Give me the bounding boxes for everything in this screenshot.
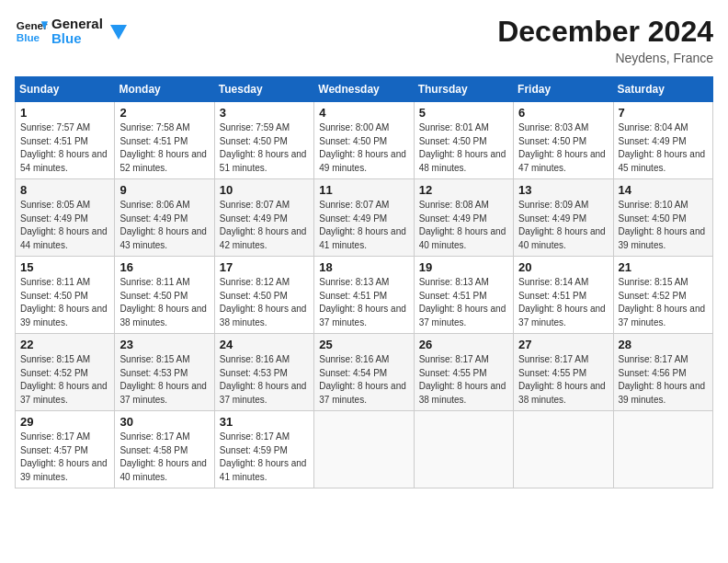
day-number: 20 [518, 260, 608, 274]
table-row [314, 411, 414, 488]
table-row [613, 411, 712, 488]
col-saturday: Saturday [613, 77, 712, 102]
table-row: 28 Sunrise: 8:17 AM Sunset: 4:56 PM Dayl… [613, 334, 712, 411]
table-row: 12 Sunrise: 8:08 AM Sunset: 4:49 PM Dayl… [414, 179, 513, 257]
table-row: 29 Sunrise: 8:17 AM Sunset: 4:57 PM Dayl… [16, 411, 115, 488]
table-row: 14 Sunrise: 8:10 AM Sunset: 4:50 PM Dayl… [613, 179, 712, 257]
day-info: Sunrise: 8:08 AM Sunset: 4:49 PM Dayligh… [419, 199, 508, 252]
table-row: 13 Sunrise: 8:09 AM Sunset: 4:49 PM Dayl… [514, 179, 613, 257]
day-number: 18 [319, 260, 408, 274]
col-friday: Friday [514, 77, 613, 102]
day-number: 22 [20, 338, 109, 351]
day-info: Sunrise: 8:01 AM Sunset: 4:50 PM Dayligh… [419, 121, 508, 175]
table-row: 1 Sunrise: 7:57 AM Sunset: 4:51 PM Dayli… [16, 102, 115, 179]
table-row: 16 Sunrise: 8:11 AM Sunset: 4:50 PM Dayl… [115, 257, 214, 334]
table-row: 21 Sunrise: 8:15 AM Sunset: 4:52 PM Dayl… [613, 257, 712, 334]
day-number: 8 [20, 183, 109, 197]
day-info: Sunrise: 8:04 AM Sunset: 4:49 PM Dayligh… [619, 121, 708, 175]
day-number: 19 [419, 260, 508, 274]
table-row: 8 Sunrise: 8:05 AM Sunset: 4:49 PM Dayli… [16, 179, 115, 257]
table-row: 26 Sunrise: 8:17 AM Sunset: 4:55 PM Dayl… [414, 334, 513, 411]
table-row: 10 Sunrise: 8:07 AM Sunset: 4:49 PM Dayl… [214, 179, 313, 257]
calendar-header-row: Sunday Monday Tuesday Wednesday Thursday… [16, 77, 713, 102]
day-number: 10 [220, 183, 309, 197]
table-row: 30 Sunrise: 8:17 AM Sunset: 4:58 PM Dayl… [115, 411, 214, 488]
table-row: 17 Sunrise: 8:12 AM Sunset: 4:50 PM Dayl… [214, 257, 313, 334]
day-number: 28 [619, 338, 708, 351]
day-info: Sunrise: 8:11 AM Sunset: 4:50 PM Dayligh… [119, 276, 209, 329]
logo-blue: Blue [51, 31, 103, 47]
day-info: Sunrise: 8:17 AM Sunset: 4:57 PM Dayligh… [20, 431, 109, 484]
day-number: 24 [220, 338, 309, 351]
logo-arrow-icon [107, 21, 127, 41]
day-number: 23 [119, 338, 209, 351]
day-number: 21 [619, 260, 708, 274]
day-number: 29 [20, 415, 109, 429]
logo-general: General [51, 17, 103, 32]
day-info: Sunrise: 8:13 AM Sunset: 4:51 PM Dayligh… [419, 276, 508, 329]
table-row [514, 411, 613, 488]
day-info: Sunrise: 8:15 AM Sunset: 4:52 PM Dayligh… [20, 353, 109, 407]
header: General Blue General Blue December 2024 … [15, 15, 713, 65]
calendar-week-row: 8 Sunrise: 8:05 AM Sunset: 4:49 PM Dayli… [16, 179, 713, 257]
table-row: 31 Sunrise: 8:17 AM Sunset: 4:59 PM Dayl… [214, 411, 313, 488]
day-info: Sunrise: 8:15 AM Sunset: 4:52 PM Dayligh… [619, 276, 708, 329]
day-number: 26 [419, 338, 508, 351]
day-number: 25 [319, 338, 408, 351]
logo: General Blue General Blue [15, 15, 127, 48]
table-row: 23 Sunrise: 8:15 AM Sunset: 4:53 PM Dayl… [115, 334, 214, 411]
table-row: 25 Sunrise: 8:16 AM Sunset: 4:54 PM Dayl… [314, 334, 414, 411]
table-row: 18 Sunrise: 8:13 AM Sunset: 4:51 PM Dayl… [314, 257, 414, 334]
day-number: 2 [119, 106, 209, 120]
table-row: 24 Sunrise: 8:16 AM Sunset: 4:53 PM Dayl… [214, 334, 313, 411]
table-row: 9 Sunrise: 8:06 AM Sunset: 4:49 PM Dayli… [115, 179, 214, 257]
day-number: 14 [619, 183, 708, 197]
day-info: Sunrise: 8:05 AM Sunset: 4:49 PM Dayligh… [20, 199, 109, 252]
table-row: 15 Sunrise: 8:11 AM Sunset: 4:50 PM Dayl… [16, 257, 115, 334]
day-number: 17 [220, 260, 309, 274]
day-number: 16 [119, 260, 209, 274]
day-info: Sunrise: 8:17 AM Sunset: 4:56 PM Dayligh… [619, 353, 708, 407]
day-info: Sunrise: 8:14 AM Sunset: 4:51 PM Dayligh… [518, 276, 608, 329]
day-number: 11 [319, 183, 408, 197]
day-number: 6 [518, 106, 608, 120]
calendar-week-row: 29 Sunrise: 8:17 AM Sunset: 4:57 PM Dayl… [16, 411, 713, 488]
title-area: December 2024 Neydens, France [497, 15, 713, 65]
day-info: Sunrise: 7:59 AM Sunset: 4:50 PM Dayligh… [220, 121, 309, 175]
day-info: Sunrise: 7:57 AM Sunset: 4:51 PM Dayligh… [20, 121, 109, 175]
table-row: 2 Sunrise: 7:58 AM Sunset: 4:51 PM Dayli… [115, 102, 214, 179]
day-number: 7 [619, 106, 708, 120]
table-row [414, 411, 513, 488]
table-row: 27 Sunrise: 8:17 AM Sunset: 4:55 PM Dayl… [514, 334, 613, 411]
col-wednesday: Wednesday [314, 77, 414, 102]
table-row: 20 Sunrise: 8:14 AM Sunset: 4:51 PM Dayl… [514, 257, 613, 334]
table-row: 4 Sunrise: 8:00 AM Sunset: 4:50 PM Dayli… [314, 102, 414, 179]
calendar-week-row: 1 Sunrise: 7:57 AM Sunset: 4:51 PM Dayli… [16, 102, 713, 179]
day-info: Sunrise: 8:17 AM Sunset: 4:58 PM Dayligh… [119, 431, 209, 484]
svg-marker-3 [110, 25, 127, 40]
day-number: 9 [119, 183, 209, 197]
day-info: Sunrise: 8:12 AM Sunset: 4:50 PM Dayligh… [220, 276, 309, 329]
logo-icon: General Blue [15, 15, 48, 48]
table-row: 19 Sunrise: 8:13 AM Sunset: 4:51 PM Dayl… [414, 257, 513, 334]
day-number: 15 [20, 260, 109, 274]
table-row: 5 Sunrise: 8:01 AM Sunset: 4:50 PM Dayli… [414, 102, 513, 179]
col-thursday: Thursday [414, 77, 513, 102]
day-info: Sunrise: 8:06 AM Sunset: 4:49 PM Dayligh… [119, 199, 209, 252]
table-row: 7 Sunrise: 8:04 AM Sunset: 4:49 PM Dayli… [613, 102, 712, 179]
month-title: December 2024 [497, 15, 713, 49]
day-info: Sunrise: 8:16 AM Sunset: 4:54 PM Dayligh… [319, 353, 408, 407]
day-info: Sunrise: 8:17 AM Sunset: 4:59 PM Dayligh… [220, 431, 309, 484]
day-number: 27 [518, 338, 608, 351]
day-info: Sunrise: 8:03 AM Sunset: 4:50 PM Dayligh… [518, 121, 608, 175]
day-info: Sunrise: 7:58 AM Sunset: 4:51 PM Dayligh… [119, 121, 209, 175]
day-info: Sunrise: 8:07 AM Sunset: 4:49 PM Dayligh… [220, 199, 309, 252]
table-row: 3 Sunrise: 7:59 AM Sunset: 4:50 PM Dayli… [214, 102, 313, 179]
day-info: Sunrise: 8:17 AM Sunset: 4:55 PM Dayligh… [518, 353, 608, 407]
col-tuesday: Tuesday [214, 77, 313, 102]
calendar-week-row: 15 Sunrise: 8:11 AM Sunset: 4:50 PM Dayl… [16, 257, 713, 334]
day-number: 1 [20, 106, 109, 120]
table-row: 6 Sunrise: 8:03 AM Sunset: 4:50 PM Dayli… [514, 102, 613, 179]
day-number: 31 [220, 415, 309, 429]
day-info: Sunrise: 8:17 AM Sunset: 4:55 PM Dayligh… [419, 353, 508, 407]
